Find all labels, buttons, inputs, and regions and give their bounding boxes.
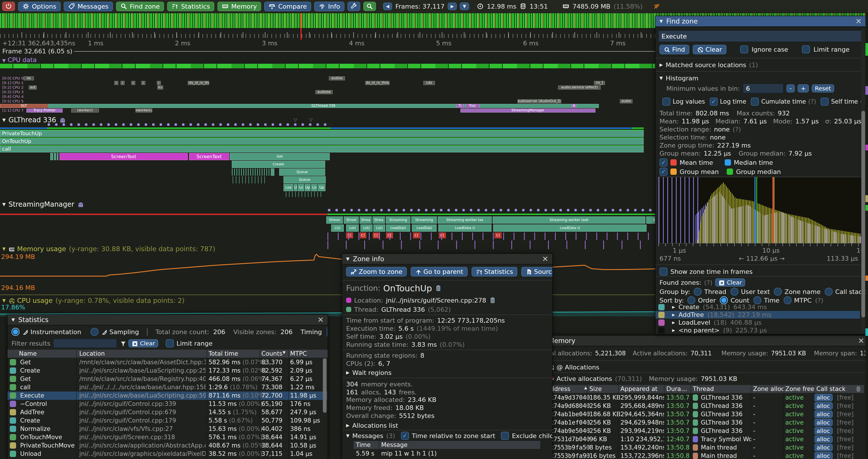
zone[interactable]: PrivateTouchUp <box>0 130 644 137</box>
close-icon[interactable]: ✕ <box>317 316 324 324</box>
limit-range-checkbox[interactable] <box>802 45 810 54</box>
cpu-zone[interactable]: kv <box>157 86 163 90</box>
zone[interactable]: Strea <box>373 217 385 224</box>
alloc-callstack-button[interactable]: alloc <box>814 402 833 409</box>
zone[interactable]: L(U <box>331 225 344 232</box>
found-zone-row[interactable]: ▶ Create (54,131) 643.34 ms <box>655 303 860 311</box>
cpu-zone[interactable]: audioserver (AudioOut_D) <box>518 99 561 103</box>
sampling-radio[interactable]: Sampling <box>91 328 139 336</box>
zone[interactable] <box>271 168 274 176</box>
memory-row[interactable]: 0x74ab1be040 186.68 KB 294,645,364ns 13:… <box>542 410 864 419</box>
next-frame-button[interactable]: ▶ <box>448 3 457 10</box>
limit-range-checkbox[interactable] <box>166 339 174 347</box>
wait-regions-expander[interactable]: ▶Wait regions <box>346 368 392 377</box>
cpu-zone[interactable]: os <box>24 76 34 80</box>
zone[interactable]: U <box>294 184 297 191</box>
group-by-radio[interactable]: Zone name <box>774 288 820 296</box>
zoom-to-zone-button[interactable]: Zoom to zone <box>346 267 407 276</box>
memory-usage-header[interactable]: ▼ Memory usage (y-range: 30.88 KB, visib… <box>2 245 215 253</box>
show-zone-time-checkbox[interactable] <box>659 267 668 275</box>
cpu-zone[interactable]: c <box>131 81 135 85</box>
power-button[interactable] <box>2 2 15 11</box>
zone[interactable]: Up <box>305 184 310 191</box>
exclude-children-checkbox[interactable] <box>501 432 509 440</box>
statistics-row[interactable]: Unload jni/../jni/src/claw/graphics/pixe… <box>7 450 327 458</box>
zone[interactable] <box>232 168 270 176</box>
tools-button[interactable] <box>347 2 360 11</box>
memory-row[interactable]: 0x7553b9fa50 8 bytes 153,492,240ns 13:50… <box>542 444 864 452</box>
instrumentation-radio[interactable]: Instrumentation <box>11 328 81 336</box>
cpu-zone[interactable]: (worker/) <box>71 108 99 112</box>
zone[interactable]: ScreenText <box>59 153 188 160</box>
alloc-callstack-button[interactable]: alloc <box>814 452 833 459</box>
zone[interactable]: Queue <box>279 168 325 176</box>
cpu-zone[interactable]: Tracy Profiler <box>26 108 63 112</box>
cpu-data-header[interactable]: ▼ CPU data <box>2 56 37 63</box>
cpu-zone[interactable]: GLThread 336 <box>48 104 599 108</box>
bin-plus-button[interactable]: + <box>798 85 809 92</box>
relative-time-checkbox[interactable] <box>401 432 409 440</box>
statistics-row[interactable]: OnTouchMove jni/../jni/src/guif/Screen.c… <box>7 433 327 441</box>
clear-filter-button[interactable]: Clear <box>128 339 158 347</box>
zone[interactable] <box>232 176 267 184</box>
zone[interactable]: Up <box>318 184 326 191</box>
memory-row[interactable]: 0x7531d7b040 96 KB 1:10 234,952,161 12:4… <box>542 435 864 444</box>
zone[interactable]: Streaming <box>411 217 437 224</box>
bin-reset-button[interactable]: Reset <box>812 85 834 92</box>
matched-locations-expander[interactable]: ▶ Matched source locations(1) <box>659 60 758 69</box>
group-by-radio[interactable]: Thread <box>694 288 726 296</box>
cpu-zone[interactable]: c <box>114 81 118 85</box>
zone[interactable]: Create <box>232 161 325 168</box>
memory-row[interactable]: 0x74ab9e5040 256 KB 293,994,219ns 13:50.… <box>542 427 864 435</box>
cpu-zone[interactable]: GLT <box>0 104 48 108</box>
messages-expander[interactable]: ▼ Messages(3) Time relative to zone star… <box>346 431 553 440</box>
found-zone-row[interactable]: ▶ <no parent> (9) 225.73 µs <box>655 326 860 334</box>
right-edge-strip[interactable] <box>865 13 868 459</box>
memory-button[interactable]: Memory <box>217 2 261 11</box>
cpu-zone[interactable]: c <box>141 81 145 85</box>
source-button[interactable]: Source <box>521 267 553 276</box>
timing-select[interactable]: Self only▼ <box>326 327 328 337</box>
zone[interactable]: Lo <box>298 184 304 191</box>
statistics-row[interactable]: ~Control jni/../jni/src/guif/Control.cpp… <box>7 400 327 408</box>
zone[interactable]: LoadData U <box>493 225 647 232</box>
zone[interactable]: Streaming worker task <box>493 217 645 224</box>
cpu-zone[interactable]: kworker/u <box>135 108 152 112</box>
self-time-checkbox[interactable] <box>820 98 829 106</box>
zone[interactable]: LoadDaU <box>386 225 410 232</box>
statistics-row[interactable]: Create jni/../jni/src/guif/Control.cpp:1… <box>7 417 327 425</box>
cpu-zone[interactable]: audio <box>620 99 632 103</box>
streamingmanager-header[interactable]: ▼StreamingManager <box>2 200 83 208</box>
prev-frame-button[interactable]: ◀ <box>383 3 392 10</box>
zone[interactable]: Queue <box>283 176 326 184</box>
zone[interactable] <box>50 153 53 160</box>
zone[interactable]: Streaming <box>386 217 410 224</box>
group-by-radio[interactable]: Call stacks <box>825 288 866 296</box>
found-zone-row[interactable]: ▶ AddTree (18,542) 227.19 ms <box>655 311 860 319</box>
zone[interactable]: Loa <box>283 184 293 191</box>
zone[interactable]: LoU <box>346 225 359 232</box>
collapsed-zone-marker[interactable]: ▽ <box>309 117 312 123</box>
find-zone-titlebar[interactable]: ▼ Find zone ✕ <box>655 16 866 27</box>
find-button[interactable]: Find <box>659 45 689 54</box>
zone[interactable]: ScreenText <box>189 153 229 160</box>
frame-dropdown-button[interactable]: ▼ <box>460 3 469 10</box>
alloc-callstack-button[interactable]: alloc <box>814 435 833 443</box>
zone[interactable]: LoU <box>361 225 373 232</box>
close-icon[interactable]: ✕ <box>855 17 862 26</box>
cpu-zone[interactable]: A <box>571 104 576 108</box>
memory-row[interactable]: 0x74ab1ef040 256 KB 294,629,948ns 13:50.… <box>542 419 864 427</box>
memory-usage-plot[interactable] <box>0 253 663 293</box>
find-zone-button[interactable]: Find zone <box>116 2 164 11</box>
found-zone-row[interactable]: ▶ LoadLevel (18) 406.88 µs <box>655 319 860 326</box>
zone[interactable] <box>286 192 322 197</box>
zone[interactable]: Strea <box>360 217 372 224</box>
alloc-callstack-button[interactable]: alloc <box>814 394 833 401</box>
messages-button[interactable]: Messages <box>64 2 113 11</box>
cpu-zone[interactable]: audios <box>329 76 345 80</box>
message-row[interactable]: 5.59 s mip 11 w 1 h 1 (1) <box>353 450 540 458</box>
alloc-callstack-button[interactable]: alloc <box>814 444 833 451</box>
close-icon[interactable]: ✕ <box>858 336 864 345</box>
min-bin-input[interactable]: 6 <box>743 84 783 93</box>
memory-row[interactable]: 0x74a9d68040 256 KB 295,668,489ns 13:50.… <box>542 402 864 410</box>
